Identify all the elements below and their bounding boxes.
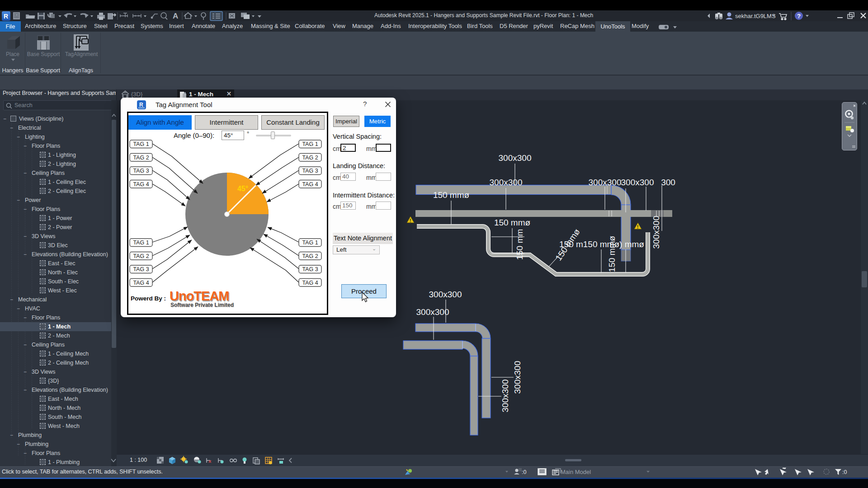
svg-text:TAG 2: TAG 2 xyxy=(302,253,318,259)
svg-text:TAG 1: TAG 1 xyxy=(133,141,149,147)
svg-text:150 mmø: 150 mmø xyxy=(433,190,470,200)
svg-text:TAG 3: TAG 3 xyxy=(302,168,318,174)
svg-text:A: A xyxy=(173,12,178,20)
svg-text:TAG 2: TAG 2 xyxy=(302,155,318,161)
svg-text:TAG 3: TAG 3 xyxy=(133,168,149,174)
svg-text::0: :0 xyxy=(842,469,847,475)
svg-text:300x300: 300x300 xyxy=(490,178,523,187)
svg-text:!: ! xyxy=(410,218,411,223)
svg-text:TAG 1: TAG 1 xyxy=(133,239,149,246)
svg-text:300x300: 300x300 xyxy=(416,307,449,317)
svg-text:300x300: 300x300 xyxy=(651,216,661,249)
svg-text:300x300: 300x300 xyxy=(621,178,654,187)
svg-text:!: ! xyxy=(637,225,638,230)
svg-text:TAG 2: TAG 2 xyxy=(133,253,149,259)
svg-text:TAG 4: TAG 4 xyxy=(133,280,149,286)
svg-text:TAG 4: TAG 4 xyxy=(302,181,318,188)
svg-text:300x300: 300x300 xyxy=(513,361,522,394)
svg-text:TAG 3: TAG 3 xyxy=(302,266,318,272)
svg-text:300x300: 300x300 xyxy=(429,290,462,299)
svg-text:TAG 3: TAG 3 xyxy=(133,266,149,272)
svg-text:sekhar.tG9LMS: sekhar.tG9LMS xyxy=(735,13,776,19)
svg-text::0: :0 xyxy=(522,469,526,475)
svg-text:150 m150 mmø) mmø: 150 m150 mmø) mmø xyxy=(559,239,644,249)
svg-text:300x300: 300x300 xyxy=(499,153,532,163)
svg-text:TAG 4: TAG 4 xyxy=(302,280,318,286)
svg-text:150 mm: 150 mm xyxy=(515,229,524,260)
svg-text:300x300: 300x300 xyxy=(500,380,510,413)
svg-text:R: R xyxy=(139,102,143,108)
svg-text:R: R xyxy=(4,13,8,20)
svg-text:?: ? xyxy=(797,13,801,19)
svg-text:TAG 4: TAG 4 xyxy=(133,181,149,188)
svg-text:TAG 2: TAG 2 xyxy=(133,155,149,161)
svg-text:150 mmø: 150 mmø xyxy=(494,218,531,227)
svg-text:TAG 1: TAG 1 xyxy=(302,141,318,147)
svg-text:45°: 45° xyxy=(237,185,248,192)
svg-text:300x300: 300x300 xyxy=(589,178,622,187)
svg-text:300: 300 xyxy=(661,178,675,187)
svg-text:Main Model: Main Model xyxy=(561,469,591,475)
svg-text:TAG 1: TAG 1 xyxy=(302,239,318,246)
